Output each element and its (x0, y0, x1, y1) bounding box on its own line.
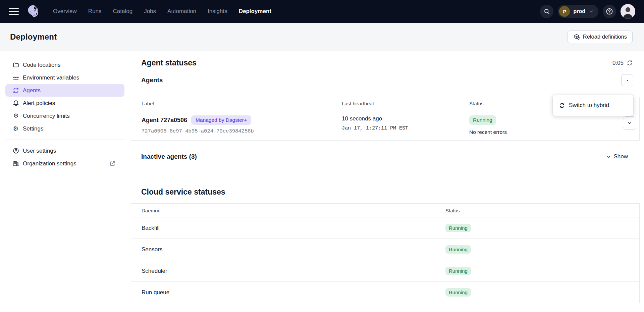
external-link-icon (109, 160, 116, 167)
settings-sidebar: Code locations Environment variables (0, 51, 130, 312)
sidebar-item-label: Concurrency limits (23, 113, 70, 119)
column-header-label: Label (131, 97, 336, 110)
daemon-name: Scheduler (131, 260, 440, 281)
daemon-row-scheduler: Scheduler Running (131, 260, 639, 281)
heartbeat-timestamp: Jan 17, 1:27:11 PM EST (342, 125, 459, 131)
help-button[interactable] (603, 5, 616, 18)
search-icon (543, 8, 550, 15)
managed-badge: Managed by Dagster+ (191, 115, 251, 125)
agent-actions-dropdown-button[interactable] (621, 74, 633, 86)
menu-item-switch-to-hybrid[interactable]: Switch to hybrid (553, 98, 633, 112)
status-badge: Running (469, 115, 496, 125)
caret-down-icon (625, 78, 630, 83)
sidebar-item-alert-policies[interactable]: Alert policies (5, 97, 124, 109)
agent-swap-icon (559, 102, 565, 109)
sidebar-item-code-locations[interactable]: Code locations (5, 59, 124, 71)
sidebar-item-label: Environment variables (23, 74, 79, 81)
status-note: No recent errors (469, 129, 507, 135)
sidebar-item-user-settings[interactable]: User settings (5, 145, 124, 157)
deployment-name: prod (573, 8, 585, 14)
package-reload-icon (573, 34, 580, 40)
column-header-status: Status (440, 204, 639, 217)
status-badge: Running (445, 267, 471, 275)
sidebar-item-organization-settings[interactable]: Organization settings (5, 157, 124, 170)
daemon-name: Backfill (131, 217, 440, 239)
column-header-last-heartbeat: Last heartbeat (336, 97, 464, 110)
search-button[interactable] (540, 5, 553, 18)
refresh-countdown: 0:05 (612, 60, 624, 66)
sidebar-item-label: User settings (23, 148, 56, 154)
sidebar-item-environment-variables[interactable]: Environment variables (5, 71, 124, 84)
dagster-logo[interactable] (25, 4, 41, 19)
cloud-table-header: Daemon Status (131, 204, 639, 217)
chevron-down-icon (589, 9, 594, 14)
inactive-agents-label: Inactive agents (3) (141, 153, 197, 160)
sidebar-item-label: Alert policies (23, 100, 55, 107)
env-vars-icon (12, 74, 19, 81)
agent-swap-icon (12, 87, 19, 94)
cloud-service-statuses-title: Cloud service statuses (141, 188, 640, 197)
daemon-name: Sensors (131, 239, 440, 260)
chevron-down-icon (627, 120, 632, 126)
sidebar-item-label: Agents (23, 87, 41, 94)
main-content: Agent statuses 0:05 Agents (130, 51, 644, 312)
nav-link-insights[interactable]: Insights (208, 8, 227, 15)
agents-subheader: Agents (141, 73, 640, 88)
agent-row-expand-button[interactable] (623, 116, 636, 130)
gear-icon: ⚙ (12, 125, 19, 132)
agent-id: 727a0506-8c97-4b95-a024-70ee3984258b (142, 128, 331, 140)
user-icon (12, 147, 19, 154)
agents-subtitle: Agents (141, 76, 163, 84)
bell-icon (12, 100, 19, 107)
nav-right-cluster: P prod (540, 4, 635, 19)
sidebar-item-label: Organization settings (23, 160, 76, 167)
status-badge: Running (445, 224, 471, 232)
sidebar-divider (5, 140, 124, 140)
top-nav: Overview Runs Catalog Jobs Automation In… (0, 0, 644, 23)
chevron-down-icon (606, 154, 611, 159)
sidebar-item-settings[interactable]: ⚙ Settings (5, 122, 124, 135)
refresh-icon[interactable] (627, 60, 633, 66)
nav-link-jobs[interactable]: Jobs (144, 8, 156, 15)
agent-name: Agent 727a0506 (142, 117, 187, 124)
nav-link-deployment[interactable]: Deployment (239, 8, 271, 15)
menu-item-label: Switch to hybrid (569, 102, 609, 109)
inactive-agents-row: Inactive agents (3) Show (141, 150, 640, 163)
reload-definitions-button[interactable]: Reload definitions (568, 31, 633, 43)
inactive-agents-show-toggle[interactable]: Show (606, 153, 628, 160)
agent-actions-menu: Switch to hybrid (553, 95, 633, 116)
folder-icon (12, 61, 19, 68)
daemon-name: Run queue (131, 282, 440, 303)
sidebar-item-agents[interactable]: Agents (5, 84, 124, 97)
nav-link-catalog[interactable]: Catalog (113, 8, 133, 15)
layers-icon (12, 112, 19, 119)
primary-nav: Overview Runs Catalog Jobs Automation In… (53, 8, 271, 15)
show-label: Show (613, 153, 628, 160)
sidebar-item-label: Code locations (23, 62, 60, 68)
status-badge: Running (445, 288, 471, 297)
deployment-switcher[interactable]: P prod (558, 5, 598, 18)
reload-definitions-label: Reload definitions (583, 34, 627, 40)
deployment-avatar: P (559, 6, 570, 17)
hamburger-icon[interactable] (9, 8, 19, 15)
sidebar-item-concurrency-limits[interactable]: Concurrency limits (5, 110, 124, 122)
nav-link-automation[interactable]: Automation (167, 8, 196, 15)
nav-link-runs[interactable]: Runs (88, 8, 102, 15)
page-header: Deployment Reload definitions (0, 23, 644, 51)
sidebar-item-label: Settings (23, 125, 43, 132)
help-icon (605, 7, 613, 15)
daemon-row-backfill: Backfill Running (131, 217, 639, 239)
column-header-daemon: Daemon (131, 204, 440, 217)
user-avatar[interactable] (621, 4, 635, 19)
daemon-row-run-queue: Run queue Running (131, 281, 639, 303)
heartbeat-relative: 10 seconds ago (342, 115, 459, 122)
cloud-services-table: Daemon Status Backfill Running Sensors R… (131, 203, 640, 303)
agent-statuses-header: Agent statuses 0:05 (141, 58, 640, 67)
agent-statuses-title: Agent statuses (141, 58, 197, 67)
nav-link-overview[interactable]: Overview (53, 8, 77, 15)
building-icon (12, 160, 19, 167)
status-badge: Running (445, 245, 471, 254)
daemon-row-sensors: Sensors Running (131, 239, 639, 260)
page-title: Deployment (10, 32, 57, 42)
